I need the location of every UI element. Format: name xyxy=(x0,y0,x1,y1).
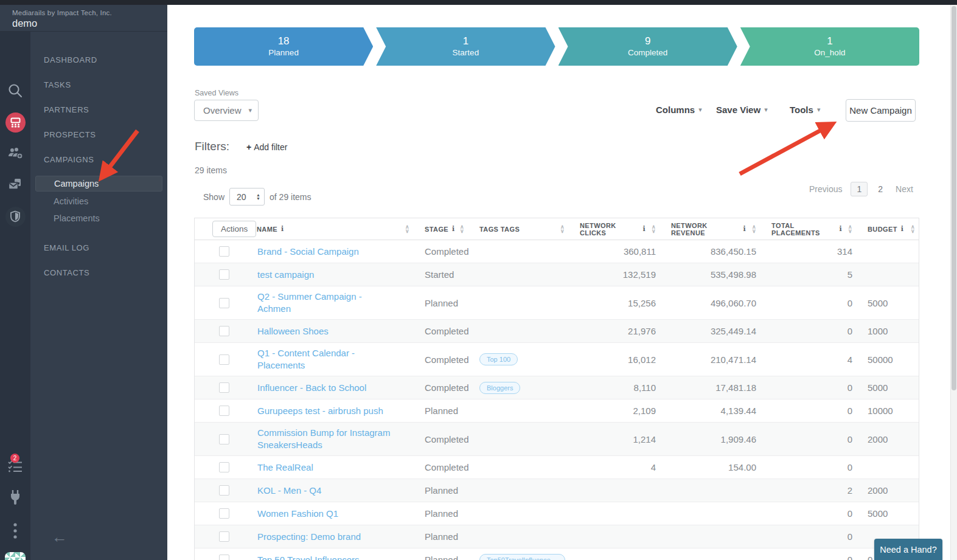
sidebar-item-partners[interactable]: PARTNERS xyxy=(30,97,167,122)
scrollbar-thumb[interactable] xyxy=(952,6,956,390)
row-checkbox[interactable] xyxy=(219,531,229,542)
table-row: Q2 - Summer Campaign - AchmenPlanned15,2… xyxy=(195,286,919,320)
save-view-dropdown[interactable]: Save View ▾ xyxy=(716,105,768,115)
info-icon[interactable]: i xyxy=(901,225,904,233)
campaign-name-link[interactable]: test campaign xyxy=(257,269,314,281)
sidebar-item-activities[interactable]: Activities xyxy=(30,193,167,210)
search-icon[interactable] xyxy=(0,81,30,100)
tools-label: Tools xyxy=(790,105,813,115)
total-placements-cell: 0 xyxy=(761,326,857,336)
row-checkbox[interactable] xyxy=(219,326,229,336)
sidebar-item-dashboard[interactable]: DASHBOARD xyxy=(30,47,167,72)
page-button-1[interactable]: 1 xyxy=(851,182,868,196)
row-checkbox[interactable] xyxy=(219,246,229,257)
campaign-name-link[interactable]: Halloween Shoes xyxy=(257,325,329,337)
row-checkbox[interactable] xyxy=(219,354,229,365)
more-ellipsis-icon[interactable] xyxy=(0,522,30,540)
network-revenue-cell: 210,471.14 xyxy=(661,354,761,365)
add-filter-button[interactable]: +Add filter xyxy=(246,142,287,152)
email-icon[interactable] xyxy=(0,176,30,194)
stage-cell: Planned xyxy=(414,485,469,496)
row-checkbox[interactable] xyxy=(219,555,229,560)
sort-icon[interactable]: ∧∨ xyxy=(560,225,565,233)
previous-page-button[interactable]: Previous xyxy=(809,184,842,194)
campaign-name-link[interactable]: Commission Bump for Instagram SneakersHe… xyxy=(257,427,396,451)
sort-icon[interactable]: ∧∨ xyxy=(652,225,656,233)
column-header-budget: BUDGETi∧∨ xyxy=(857,225,920,233)
funnel-stage-on-hold[interactable]: 1On_hold xyxy=(740,27,919,66)
campaign-name-link[interactable]: Top 50 Travel Influencers xyxy=(257,554,360,560)
funnel-stage-started[interactable]: 1Started xyxy=(376,27,555,66)
tasks-checklist-icon[interactable]: 2 xyxy=(0,456,30,474)
row-checkbox[interactable] xyxy=(219,434,229,444)
total-placements-cell: 0 xyxy=(761,531,857,542)
shield-icon[interactable] xyxy=(0,206,30,227)
tasks-badge: 2 xyxy=(10,454,19,463)
integrations-plug-icon[interactable] xyxy=(0,488,30,506)
funnel-stage-planned[interactable]: 18Planned xyxy=(194,27,373,66)
saved-views-select[interactable]: Overview ▾ xyxy=(194,100,259,121)
user-avatar[interactable] xyxy=(0,550,30,560)
sidebar-item-campaigns[interactable]: Campaigns xyxy=(35,176,162,192)
next-page-button[interactable]: Next xyxy=(896,184,913,194)
row-checkbox[interactable] xyxy=(219,462,229,472)
sidebar-item-prospects[interactable]: PROSPECTS xyxy=(30,122,167,147)
campaign-name-link[interactable]: Brand - Social Campaign xyxy=(257,246,359,258)
sidebar-item-campaigns[interactable]: CAMPAIGNS xyxy=(30,147,167,172)
sidebar-item-contacts[interactable]: CONTACTS xyxy=(30,260,167,285)
tag-badge[interactable]: Bloggers xyxy=(479,382,520,394)
sort-icon[interactable]: ∧∨ xyxy=(911,225,915,233)
page-size-select[interactable]: 20 ▲▼ xyxy=(229,188,265,206)
row-checkbox[interactable] xyxy=(219,406,229,416)
campaign-name-link[interactable]: Influencer - Back to School xyxy=(257,382,366,394)
campaign-name-link[interactable]: Q2 - Summer Campaign - Achmen xyxy=(257,291,396,315)
help-button[interactable]: Need a Hand? xyxy=(874,539,942,560)
sort-icon[interactable]: ∧∨ xyxy=(752,225,756,233)
campaign-name-link[interactable]: Women Fashion Q1 xyxy=(257,508,338,520)
sidebar-item-tasks[interactable]: TASKS xyxy=(30,72,167,97)
page-button-2[interactable]: 2 xyxy=(878,184,883,194)
funnel-stage-completed[interactable]: 9Completed xyxy=(559,27,737,66)
info-icon[interactable]: i xyxy=(281,225,284,233)
campaign-name-link[interactable]: The RealReal xyxy=(257,461,313,474)
info-icon[interactable]: i xyxy=(839,225,842,233)
row-checkbox[interactable] xyxy=(219,485,229,496)
info-icon[interactable]: i xyxy=(743,225,746,233)
row-checkbox[interactable] xyxy=(219,269,229,280)
new-campaign-button[interactable]: New Campaign xyxy=(846,99,916,122)
name-cell: Gurupeeps test - airbrush push xyxy=(246,401,414,421)
collapse-sidebar-icon[interactable]: ← xyxy=(52,528,68,547)
tools-dropdown[interactable]: Tools ▾ xyxy=(790,105,820,115)
table-row: Top 50 Travel InfluencersPlannedTop50Tra… xyxy=(195,548,919,560)
info-icon[interactable]: i xyxy=(642,225,646,233)
name-cell: Brand - Social Campaign xyxy=(246,241,414,262)
tag-badge[interactable]: Top50TravelInfluence ... xyxy=(479,554,565,560)
row-checkbox[interactable] xyxy=(219,298,229,308)
row-checkbox[interactable] xyxy=(219,382,229,393)
name-cell: Influencer - Back to School xyxy=(246,378,414,398)
sort-icon[interactable]: ∧∨ xyxy=(848,225,852,233)
campaigns-board-icon[interactable] xyxy=(0,112,30,133)
info-icon[interactable]: i xyxy=(452,225,455,233)
campaign-name-link[interactable]: Q1 - Content Calendar - Placements xyxy=(257,347,396,372)
sort-icon[interactable]: ∧∨ xyxy=(405,225,409,233)
row-checkbox[interactable] xyxy=(219,508,229,519)
caret-down-icon: ▾ xyxy=(698,106,702,114)
checkbox-cell xyxy=(195,298,246,308)
add-filter-label: Add filter xyxy=(254,142,287,152)
columns-dropdown[interactable]: Columns ▾ xyxy=(656,105,702,115)
column-header-tags-tags: TAGS TAGS∧∨ xyxy=(469,225,569,233)
table-row: Women Fashion Q1Planned05000 xyxy=(195,502,919,525)
network-revenue-cell: 535,498.98 xyxy=(661,269,761,280)
tags-cell: Top50TravelInfluence ... xyxy=(469,554,569,560)
sidebar-item-email-log[interactable]: EMAIL LOG xyxy=(30,235,167,260)
campaign-name-link[interactable]: KOL - Men - Q4 xyxy=(257,485,321,497)
prospects-people-icon[interactable] xyxy=(0,144,30,162)
tag-badge[interactable]: Top 100 xyxy=(479,353,518,365)
sidebar-item-placements[interactable]: Placements xyxy=(30,210,167,227)
stage-cell: Planned xyxy=(414,508,469,519)
campaign-name-link[interactable]: Gurupeeps test - airbrush push xyxy=(257,405,383,417)
campaign-name-link[interactable]: Prospecting: Demo brand xyxy=(257,531,361,543)
sort-icon[interactable]: ∧∨ xyxy=(460,225,464,233)
budget-cell: 5000 xyxy=(857,382,920,393)
